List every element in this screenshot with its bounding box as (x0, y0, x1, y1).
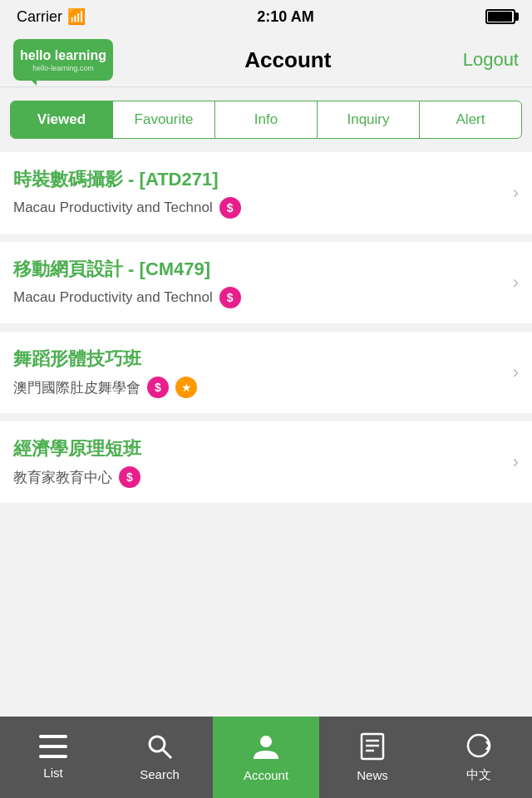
items-list: 時裝數碼攝影 - [ATD271] Macau Productivity and… (0, 152, 532, 503)
logo-text: hello learning (20, 47, 106, 63)
tab-favourite[interactable]: Favourite (113, 101, 215, 138)
item-content: 移動網頁設計 - [CM479] Macau Productivity and … (13, 257, 505, 308)
item-subtitle: 澳門國際肚皮舞學會 $ ★ (13, 377, 505, 398)
nav-list[interactable]: List (0, 717, 106, 798)
tab-inquiry[interactable]: Inquiry (318, 101, 420, 138)
page-title: Account (244, 47, 331, 73)
logout-button[interactable]: Logout (463, 49, 519, 71)
item-org: Macau Productivity and Technol (13, 289, 213, 306)
list-icon (39, 735, 67, 762)
item-subtitle: Macau Productivity and Technol $ (13, 197, 505, 219)
list-item[interactable]: 移動網頁設計 - [CM479] Macau Productivity and … (0, 242, 532, 323)
nav-news[interactable]: News (319, 717, 426, 798)
time-display: 2:10 AM (257, 8, 313, 26)
svg-rect-1 (39, 745, 67, 748)
nav-search[interactable]: Search (106, 717, 213, 798)
carrier-text: Carrier (17, 8, 62, 26)
svg-point-5 (260, 736, 272, 747)
item-content: 經濟學原理短班 教育家教育中心 $ (13, 436, 505, 488)
tab-alert[interactable]: Alert (420, 101, 521, 138)
bottom-nav: List Search Account New (0, 717, 532, 798)
item-title: 移動網頁設計 - [CM479] (13, 257, 505, 282)
nav-search-label: Search (140, 767, 180, 781)
tab-info[interactable]: Info (215, 101, 318, 138)
item-org: 澳門國際肚皮舞學會 (13, 378, 140, 397)
chevron-icon: › (513, 272, 519, 293)
content-area: Viewed Favourite Info Inquiry Alert 時裝數碼… (0, 101, 532, 594)
dollar-badge: $ (119, 466, 140, 488)
nav-chinese[interactable]: 中文 (426, 717, 532, 798)
account-icon (252, 732, 280, 765)
nav-list-label: List (43, 766, 62, 780)
svg-rect-2 (39, 755, 67, 758)
item-content: 舞蹈形體技巧班 澳門國際肚皮舞學會 $ ★ (13, 347, 505, 398)
status-bar: Carrier 📶 2:10 AM (0, 0, 532, 33)
language-icon (465, 732, 493, 764)
item-content: 時裝數碼攝影 - [ATD271] Macau Productivity and… (13, 167, 505, 219)
chevron-icon: › (513, 182, 519, 204)
search-icon (146, 733, 173, 764)
dollar-badge: $ (219, 197, 241, 219)
list-item[interactable]: 舞蹈形體技巧班 澳門國際肚皮舞學會 $ ★ › (0, 332, 532, 413)
news-icon (360, 732, 385, 765)
star-badge: ★ (175, 377, 197, 398)
nav-account[interactable]: Account (213, 717, 319, 798)
item-org: Macau Productivity and Technol (13, 200, 213, 216)
logo-sub: hello-learning.com (32, 64, 94, 72)
svg-line-4 (163, 750, 171, 758)
nav-account-label: Account (244, 768, 288, 782)
list-item[interactable]: 經濟學原理短班 教育家教育中心 $ › (0, 421, 532, 503)
item-title: 時裝數碼攝影 - [ATD271] (13, 167, 505, 192)
nav-news-label: News (357, 768, 388, 782)
carrier-info: Carrier 📶 (17, 7, 86, 26)
wifi-icon: 📶 (67, 7, 86, 26)
logo: hello learning hello-learning.com (13, 39, 113, 81)
svg-rect-0 (39, 735, 67, 738)
header: hello learning hello-learning.com Accoun… (0, 33, 532, 87)
tab-viewed[interactable]: Viewed (11, 101, 113, 138)
svg-point-3 (150, 736, 165, 751)
dollar-badge: $ (147, 377, 169, 398)
item-subtitle: Macau Productivity and Technol $ (13, 287, 505, 308)
item-title: 舞蹈形體技巧班 (13, 347, 505, 372)
tab-bar: Viewed Favourite Info Inquiry Alert (10, 101, 522, 139)
dollar-badge: $ (219, 287, 241, 308)
item-org: 教育家教育中心 (13, 468, 112, 487)
nav-chinese-label: 中文 (466, 767, 491, 783)
chevron-icon: › (513, 362, 519, 383)
item-subtitle: 教育家教育中心 $ (13, 466, 505, 488)
list-item[interactable]: 時裝數碼攝影 - [ATD271] Macau Productivity and… (0, 152, 532, 234)
item-title: 經濟學原理短班 (13, 436, 505, 461)
chevron-icon: › (513, 451, 519, 473)
battery-icon (485, 9, 515, 24)
